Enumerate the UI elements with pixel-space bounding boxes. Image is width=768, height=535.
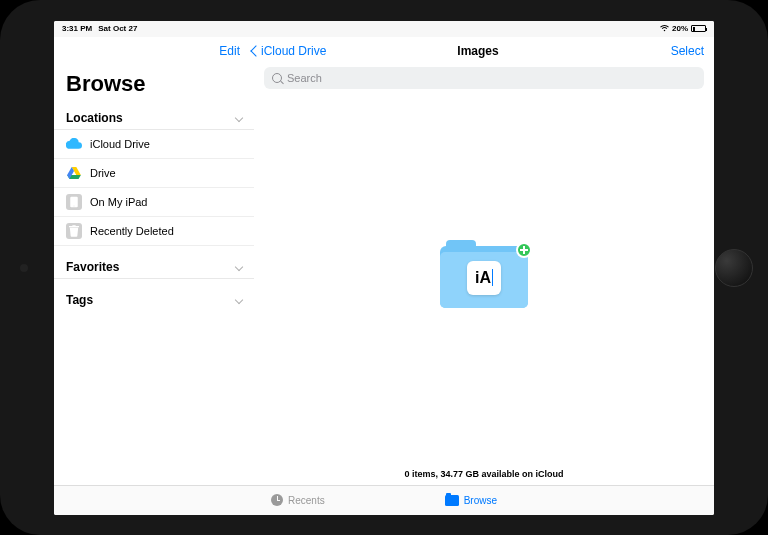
tab-recents[interactable]: Recents bbox=[271, 494, 325, 506]
front-camera bbox=[20, 264, 28, 272]
content-area[interactable]: iA 0 items, 34.77 GB available on iCloud bbox=[254, 95, 714, 485]
ipad-device: 3:31 PM Sat Oct 27 20% Edit iCloud Drive bbox=[0, 0, 768, 535]
status-date: Sat Oct 27 bbox=[98, 24, 137, 33]
sidebar-item-label: Drive bbox=[90, 167, 116, 179]
chevron-down-icon bbox=[235, 113, 243, 121]
sidebar-item-on-my-ipad[interactable]: On My iPad bbox=[54, 188, 254, 217]
main-panel: Search iA bbox=[254, 65, 714, 485]
page-title: Images bbox=[457, 44, 498, 58]
status-time: 3:31 PM bbox=[62, 24, 92, 33]
back-button[interactable]: iCloud Drive bbox=[252, 44, 326, 58]
plus-badge-icon bbox=[516, 242, 532, 258]
tab-label: Recents bbox=[288, 495, 325, 506]
battery-percent: 20% bbox=[672, 24, 688, 33]
svg-point-1 bbox=[74, 205, 75, 206]
top-nav: Edit iCloud Drive Images Select bbox=[54, 37, 714, 65]
section-title: Locations bbox=[66, 111, 123, 125]
drop-target-folder[interactable]: iA bbox=[440, 240, 528, 308]
sidebar-section-favorites[interactable]: Favorites bbox=[54, 254, 254, 279]
sidebar-item-icloud-drive[interactable]: iCloud Drive bbox=[54, 130, 254, 159]
clock-icon bbox=[271, 494, 283, 506]
sidebar-heading: Browse bbox=[54, 69, 254, 105]
sidebar-item-label: iCloud Drive bbox=[90, 138, 150, 150]
search-placeholder: Search bbox=[287, 72, 322, 84]
app-icon-label: iA bbox=[475, 269, 491, 287]
google-drive-icon bbox=[66, 165, 82, 181]
sidebar-section-locations[interactable]: Locations bbox=[54, 105, 254, 130]
sidebar-item-drive[interactable]: Drive bbox=[54, 159, 254, 188]
trash-icon bbox=[66, 223, 82, 239]
tab-bar: Recents Browse bbox=[54, 485, 714, 515]
sidebar-item-label: Recently Deleted bbox=[90, 225, 174, 237]
search-icon bbox=[272, 73, 282, 83]
search-input[interactable]: Search bbox=[264, 67, 704, 89]
ipad-icon bbox=[66, 194, 82, 210]
dragged-app-icon: iA bbox=[467, 261, 501, 295]
select-button[interactable]: Select bbox=[671, 44, 704, 58]
tab-label: Browse bbox=[464, 495, 497, 506]
sidebar-section-tags[interactable]: Tags bbox=[54, 287, 254, 311]
screen: 3:31 PM Sat Oct 27 20% Edit iCloud Drive bbox=[54, 21, 714, 515]
wifi-icon bbox=[660, 25, 669, 32]
section-title: Favorites bbox=[66, 260, 119, 274]
sidebar-item-label: On My iPad bbox=[90, 196, 147, 208]
back-label: iCloud Drive bbox=[261, 44, 326, 58]
files-app: Edit iCloud Drive Images Select Browse L… bbox=[54, 37, 714, 515]
section-title: Tags bbox=[66, 293, 93, 307]
chevron-left-icon bbox=[250, 45, 261, 56]
tab-browse[interactable]: Browse bbox=[445, 495, 497, 506]
home-button[interactable] bbox=[715, 249, 753, 287]
chevron-down-icon bbox=[235, 295, 243, 303]
chevron-down-icon bbox=[235, 262, 243, 270]
battery-icon bbox=[691, 25, 706, 32]
folder-icon bbox=[445, 495, 459, 506]
sidebar-item-recently-deleted[interactable]: Recently Deleted bbox=[54, 217, 254, 246]
status-bar: 3:31 PM Sat Oct 27 20% bbox=[54, 21, 714, 37]
edit-button[interactable]: Edit bbox=[219, 44, 240, 58]
sidebar: Browse Locations iCloud Drive bbox=[54, 65, 254, 485]
storage-status: 0 items, 34.77 GB available on iCloud bbox=[254, 469, 714, 479]
icloud-icon bbox=[66, 136, 82, 152]
